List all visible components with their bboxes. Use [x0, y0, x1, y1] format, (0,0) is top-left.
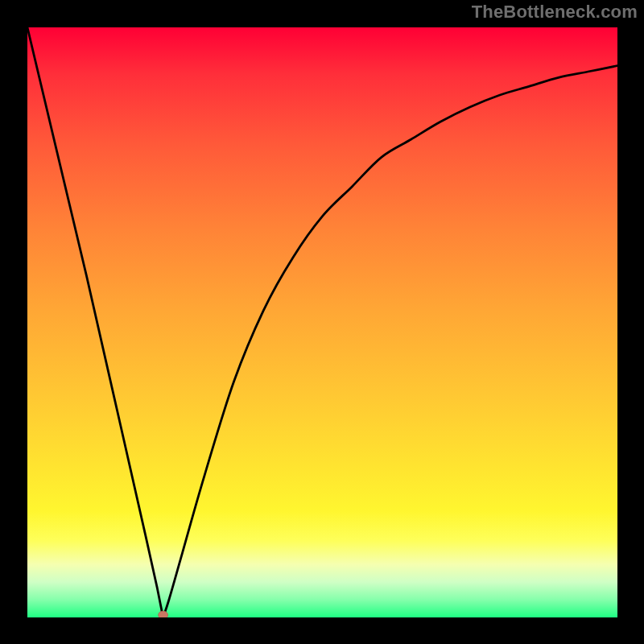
bottleneck-curve: [27, 27, 617, 617]
watermark-text: TheBottleneck.com: [472, 2, 638, 23]
chart-frame: TheBottleneck.com: [0, 0, 644, 644]
plot-area: [27, 27, 617, 617]
minimum-marker: [159, 611, 168, 617]
